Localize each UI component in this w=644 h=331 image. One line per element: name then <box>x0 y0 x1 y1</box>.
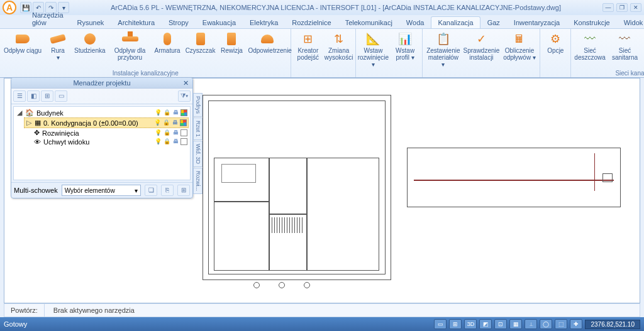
btn-opcje[interactable]: ⚙Opcje <box>543 30 568 55</box>
command-bar: Powtórz: Brak aktywnego narzędzia <box>4 303 640 317</box>
tab-inwentaryzacja[interactable]: Inwentaryzacja <box>507 16 567 28</box>
tab-elektryka[interactable]: Elektryka <box>243 16 285 28</box>
btn-studzienka[interactable]: Studzienka <box>73 30 106 62</box>
btn-siec-sanitarna[interactable]: 〰Sieć sanitarna <box>609 30 641 62</box>
tab-stropy[interactable]: Stropy <box>162 16 196 28</box>
print-icon[interactable]: 🖶 <box>172 109 179 117</box>
btn-rewizja[interactable]: Rewizja <box>219 30 244 62</box>
repeat-label: Powtórz: <box>4 304 45 317</box>
repeat-text: Brak aktywnego narzędzia <box>45 307 143 314</box>
btn-zmiana-wysokosci[interactable]: ⇅Zmiana wysokości <box>325 30 353 62</box>
chevron-down-icon: ▾ <box>135 187 138 194</box>
color-icon[interactable] <box>180 129 187 136</box>
tab-gaz[interactable]: Gaz <box>480 16 507 28</box>
panel-bottom-btn3[interactable]: ⊞ <box>177 185 190 196</box>
lock-icon[interactable]: 🔒 <box>163 138 170 146</box>
btn-wstaw-rozwiniecie[interactable]: 📐Wstaw rozwinięcie ▾ <box>358 30 388 68</box>
bulb-icon[interactable]: 💡 <box>154 129 162 137</box>
panel-title-text: Menadżer projektu <box>73 79 130 87</box>
tab-ewakuacja[interactable]: Ewakuacja <box>196 16 243 28</box>
tree-row-rozwiniecia[interactable]: ✥ Rozwinięcia 💡 🔒 🖶 <box>24 128 189 138</box>
status-btn-3d[interactable]: 3D <box>464 319 477 329</box>
minimize-button[interactable]: — <box>602 3 614 12</box>
tab-kanalizacja[interactable]: Kanalizacja <box>431 16 480 28</box>
lock-icon[interactable]: 🔒 <box>162 119 170 127</box>
status-btn-10[interactable]: ✚ <box>570 319 582 329</box>
panel-close-icon[interactable]: ✕ <box>181 79 190 88</box>
panel-title[interactable]: Menadżer projektu ✕ <box>11 78 192 89</box>
tree-row-building[interactable]: ◢ 🏠 Budynek 💡 🔒 🖶 <box>15 108 189 117</box>
bulb-icon[interactable]: 💡 <box>153 119 161 127</box>
panel-tb-3[interactable]: ⊞ <box>41 90 53 102</box>
app-logo[interactable]: A <box>3 1 16 14</box>
btn-odpowietrzenie[interactable]: Odpowietrzenie <box>247 30 288 62</box>
multi-clipboard-label: Multi-schowek <box>14 187 58 194</box>
expand-icon: ✥ <box>34 129 40 137</box>
status-btn-5[interactable]: ⊡ <box>494 319 507 329</box>
btn-zestawienie-materialow[interactable]: 📋Zestawienie materiałów ▾ <box>425 30 461 68</box>
project-manager-panel[interactable]: Menadżer projektu ✕ ☰ ◧ ⊞ ▭ ⧩▾ ◢ 🏠 Budyn… <box>11 77 193 198</box>
panel-bottom-btn1[interactable]: ❏ <box>145 185 157 196</box>
status-btn-6[interactable]: ▦ <box>509 319 522 329</box>
restore-button[interactable]: ❐ <box>616 3 628 12</box>
status-btn-1[interactable]: ▭ <box>434 319 447 329</box>
print-icon[interactable]: 🖶 <box>172 138 179 146</box>
btn-wstaw-profil[interactable]: 📊Wstaw profil ▾ <box>391 30 420 68</box>
lock-icon[interactable]: 🔒 <box>163 109 170 117</box>
tab-rozdzielnice[interactable]: Rozdzielnice <box>285 16 338 28</box>
panel-tb-4[interactable]: ▭ <box>55 90 67 102</box>
print-icon[interactable]: 🖶 <box>171 119 179 127</box>
statusbar: Gotowy ▭ ⊞ 3D ◩ ⊡ ▦ ⟂ ◯ ⬚ ✚ 2376.82,521.… <box>0 317 644 331</box>
status-btn-9[interactable]: ⬚ <box>555 319 567 329</box>
tab-telekomunikacja[interactable]: Telekomunikacj <box>338 16 399 28</box>
status-btn-8[interactable]: ◯ <box>540 319 552 329</box>
expand-icon[interactable]: ▷ <box>26 119 32 127</box>
color-icon[interactable] <box>180 119 187 126</box>
tab-widok[interactable]: Widok <box>617 16 644 28</box>
status-coordinates[interactable]: 2376.82,521.10 <box>585 320 640 329</box>
tree-row-floor[interactable]: ▷ ▦ 0. Kondygnacja 0 (±0.00=0.00) 💡 🔒 🖶 <box>24 117 189 128</box>
tab-rysunek[interactable]: Rysunek <box>70 16 111 28</box>
panel-tb-filter[interactable]: ⧩▾ <box>178 90 191 102</box>
close-button[interactable]: ✕ <box>630 3 641 12</box>
element-selection-combo[interactable]: Wybór elementów▾ <box>62 185 141 196</box>
panel-tb-1[interactable]: ☰ <box>13 90 26 102</box>
status-btn-7[interactable]: ⟂ <box>525 319 537 329</box>
ribbon: Odpływ ciągu Rura▾ Studzienka Odpływ dla… <box>0 29 644 78</box>
bulb-icon[interactable]: 💡 <box>154 109 162 117</box>
group-label-instalacje: Instalacje kanalizacyjne <box>3 69 288 77</box>
drawing-canvas[interactable]: Menadżer projektu ✕ ☰ ◧ ⊞ ▭ ⧩▾ ◢ 🏠 Budyn… <box>4 78 640 303</box>
status-btn-2[interactable]: ⊞ <box>449 319 462 329</box>
lock-icon[interactable]: 🔒 <box>163 129 170 137</box>
expand-icon[interactable]: ◢ <box>16 109 23 117</box>
side-tab-wid3d[interactable]: Wid. 3D <box>193 141 203 167</box>
btn-obliczenie-odplywow[interactable]: 🖩Obliczenie odpływów ▾ <box>502 30 538 68</box>
print-icon[interactable]: 🖶 <box>172 129 179 137</box>
btn-armatura[interactable]: Armatura <box>153 30 182 62</box>
tab-konstrukcje[interactable]: Konstrukcje <box>567 16 616 28</box>
side-tab-podrys[interactable]: Podrys <box>193 93 203 117</box>
tree-row-uchwyt[interactable]: 👁 Uchwyt widoku 💡 🔒 🖶 <box>24 138 189 146</box>
side-tab-rzut1[interactable]: Rzut 1 <box>193 117 203 140</box>
btn-siec-deszczowa[interactable]: 〰Sieć deszczowa <box>574 30 606 62</box>
project-tree[interactable]: ◢ 🏠 Budynek 💡 🔒 🖶 ▷ ▦ 0. Kondygnacja 0 (… <box>13 106 191 180</box>
bulb-icon[interactable]: 💡 <box>154 138 162 146</box>
color-icon[interactable] <box>180 138 187 145</box>
btn-rura[interactable]: Rura▾ <box>45 30 70 62</box>
btn-czyszczak[interactable]: Czyszczak <box>184 30 217 62</box>
tab-architektura[interactable]: Architektura <box>111 16 162 28</box>
btn-kreator-podejsc[interactable]: ⊞Kreator podejść <box>294 30 322 62</box>
tab-narzedzia[interactable]: Narzędzia głów <box>25 9 70 28</box>
status-ready: Gotowy <box>4 320 27 328</box>
window-title: ArCADia 5.6 PL - WEWNĘTRZNA, NIEKOMERCYJ… <box>69 4 602 11</box>
btn-odplyw-przyboru[interactable]: Odpływ dla przyboru <box>109 30 151 62</box>
tab-woda[interactable]: Woda <box>399 16 431 28</box>
btn-sprawdzenie-instalacji[interactable]: ✓Sprawdzenie instalacji <box>464 30 499 68</box>
status-btn-4[interactable]: ◩ <box>479 319 492 329</box>
side-tab-rozwi[interactable]: Rozwi... <box>193 168 203 194</box>
color-icon[interactable] <box>180 109 187 116</box>
floor-plan-drawing <box>203 95 391 280</box>
panel-bottom-btn2[interactable]: ⎘ <box>161 185 174 196</box>
panel-tb-2[interactable]: ◧ <box>27 90 40 102</box>
btn-odplyw-ciagu[interactable]: Odpływ ciągu <box>3 30 43 62</box>
